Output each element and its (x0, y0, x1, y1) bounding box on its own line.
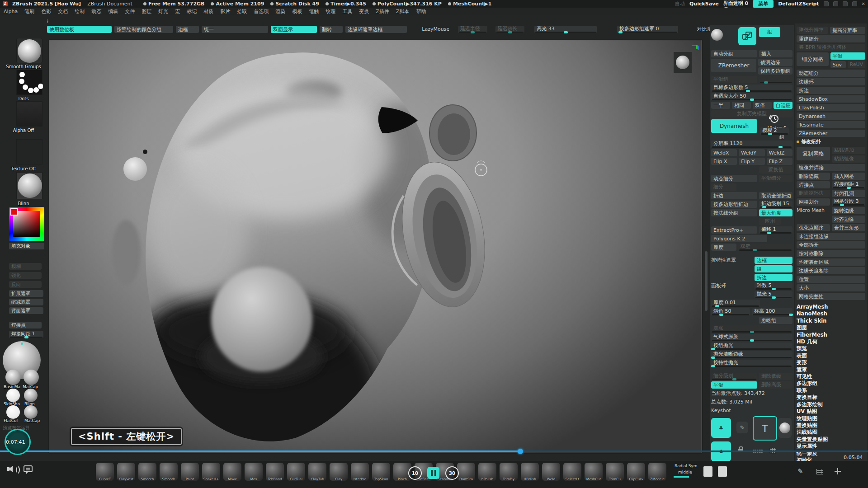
button[interactable]: 复制网格 (797, 147, 830, 160)
palette-section-item[interactable]: 预览 (797, 345, 865, 352)
button[interactable]: Tessimate (797, 121, 865, 128)
button[interactable]: 自动分组 (711, 50, 757, 57)
palette-section-item[interactable]: 可见性 (797, 373, 865, 380)
zscript-name[interactable]: DefaultZScript (778, 1, 819, 7)
slider[interactable]: 气球式膨胀 (711, 334, 793, 341)
brush-thumbnail[interactable]: ZModele (648, 463, 666, 481)
palette-section-item[interactable]: NanoMesh (797, 310, 865, 317)
menu-item[interactable]: 标记 (187, 8, 197, 15)
fill-object-button[interactable]: 填充对象 (9, 243, 44, 249)
material-slot[interactable] (24, 405, 38, 419)
menu-item[interactable]: 绘制 (75, 8, 85, 15)
current-color-swatch[interactable] (10, 208, 18, 216)
button[interactable]: 按多边形组折边 (711, 201, 757, 208)
mask-button[interactable]: 背面遮罩 (9, 307, 43, 314)
button[interactable]: 统一 (202, 26, 268, 33)
material-slot[interactable] (6, 389, 20, 402)
button[interactable]: 按法线分组 (711, 209, 757, 216)
slider[interactable]: 按特性抛光 (711, 360, 793, 367)
document-icon[interactable] (703, 466, 712, 477)
slider[interactable]: 膨胀 (711, 325, 793, 333)
menu-item[interactable]: 色彩 (41, 8, 51, 15)
weld-distance-slider[interactable]: 焊接间距 1 (9, 331, 43, 338)
slider[interactable]: 抛光清晰边缘 (711, 351, 793, 358)
button[interactable]: ClayPolish (797, 104, 865, 111)
menu-item[interactable]: 材质 (203, 8, 213, 15)
button[interactable]: 合并三角形 (832, 224, 865, 231)
keyboard-icon[interactable] (816, 469, 823, 474)
button[interactable]: ExtractPro+ (711, 226, 757, 234)
menu-item[interactable]: 文件 (125, 8, 135, 15)
material-thumbnail[interactable] (16, 172, 42, 199)
slider[interactable]: 延迟半径 (458, 26, 487, 33)
button[interactable]: 边缘环 (797, 78, 865, 85)
brush-thumbnail[interactable]: Mos (245, 463, 263, 481)
button[interactable]: 边缘环遮罩边框 (345, 26, 406, 33)
button[interactable]: 插入 (759, 50, 793, 57)
button[interactable]: 取消全部折边 (759, 192, 793, 199)
current-brush-thumbnail[interactable] (16, 38, 42, 63)
button[interactable]: 均衡表面区域 (797, 258, 865, 266)
button[interactable]: 双面显示 (271, 26, 317, 33)
brush-thumbnail[interactable]: SnakeH+ (202, 463, 220, 481)
slider[interactable]: 斜角 50 (711, 308, 750, 315)
quicksave-button[interactable]: QuickSave (689, 1, 719, 7)
menu-item[interactable]: 灯光 (158, 8, 168, 15)
button[interactable]: Dynamesh (797, 113, 865, 120)
slider[interactable]: 分辨率 1120 (711, 141, 793, 148)
slider[interactable]: 偏移 1 (759, 226, 793, 234)
brush-thumbnail[interactable]: CurveT (96, 463, 114, 481)
button[interactable]: 按对称删除 (797, 250, 865, 257)
slider[interactable]: 按组抛光 (711, 343, 793, 350)
slider[interactable]: 按多边形组遮罩 0 (617, 26, 678, 33)
close-icon[interactable]: ✕ (862, 1, 865, 6)
button[interactable]: 镜像并焊接 (797, 164, 865, 171)
menu-item[interactable]: 渲染 (275, 8, 285, 15)
palette-section-item[interactable]: Thick Skin (797, 318, 865, 324)
slider[interactable]: 双壁 (738, 244, 793, 251)
menu-item[interactable]: 笔触 (309, 8, 319, 15)
brush-thumbnail[interactable]: SelectLt (563, 463, 581, 481)
palette-section-item[interactable]: FiberMesh (797, 332, 865, 338)
button[interactable]: 一半 (711, 102, 730, 109)
button[interactable]: Polygons K 2 (711, 235, 767, 242)
button[interactable]: 边框 (755, 257, 793, 264)
button[interactable]: WeldX (711, 149, 737, 156)
palette-section-item[interactable]: HD 几何 (797, 338, 865, 345)
color-picker[interactable] (9, 207, 44, 241)
brush-thumbnail[interactable]: Smooth (160, 463, 178, 481)
brush-thumbnail[interactable]: ClayTub (308, 463, 326, 481)
menu-item[interactable]: 笔刷 (24, 8, 34, 15)
menu-item[interactable]: Z插件 (376, 8, 389, 15)
button[interactable]: ZRemesher (797, 130, 865, 137)
button[interactable]: 翻转 (320, 26, 343, 33)
button[interactable]: 相同 (732, 102, 751, 109)
brush-thumbnail[interactable]: Weld (542, 463, 560, 481)
brush-thumbnail[interactable]: CurTual (287, 463, 305, 481)
button[interactable]: 忽略组 (759, 317, 793, 324)
brush-thumbnail[interactable]: TchBand (266, 463, 284, 481)
palette-section-item[interactable]: 变形 (797, 359, 865, 366)
menu-item[interactable]: 纹理 (326, 8, 335, 15)
slider[interactable]: 折边级别 15 (759, 201, 793, 208)
button[interactable]: 对齐边缘 (832, 216, 865, 223)
ui-opacity-slider[interactable]: 界面透明 0 (723, 0, 748, 8)
dynamesh-button[interactable]: Dynamesh (711, 119, 757, 133)
slider[interactable]: 目标多边形数 5 (711, 84, 793, 92)
button[interactable]: 组 (755, 265, 793, 272)
slider[interactable]: 厚度 0.01 (711, 300, 760, 307)
brush-thumbnail[interactable]: TrimCu (606, 463, 624, 481)
menu-item[interactable]: 图层 (142, 8, 151, 15)
menu-item[interactable]: Alpha (4, 9, 18, 14)
render-tile-button[interactable]: ♣ (711, 418, 731, 438)
sphere-tile[interactable] (778, 418, 792, 438)
menu-item[interactable]: 编辑 (108, 8, 118, 15)
brush-thumbnail[interactable]: ClayVest (117, 463, 135, 481)
button[interactable]: ShadowBox (797, 95, 865, 103)
rewind-10-button[interactable]: 10 (408, 466, 422, 480)
material-slot[interactable] (6, 405, 20, 419)
slider[interactable] (759, 76, 793, 83)
button[interactable]: 未连接组边缘 (797, 233, 865, 240)
menu-button[interactable]: 菜单 (753, 0, 774, 8)
brush-thumbnail[interactable]: Smooth (138, 463, 156, 481)
